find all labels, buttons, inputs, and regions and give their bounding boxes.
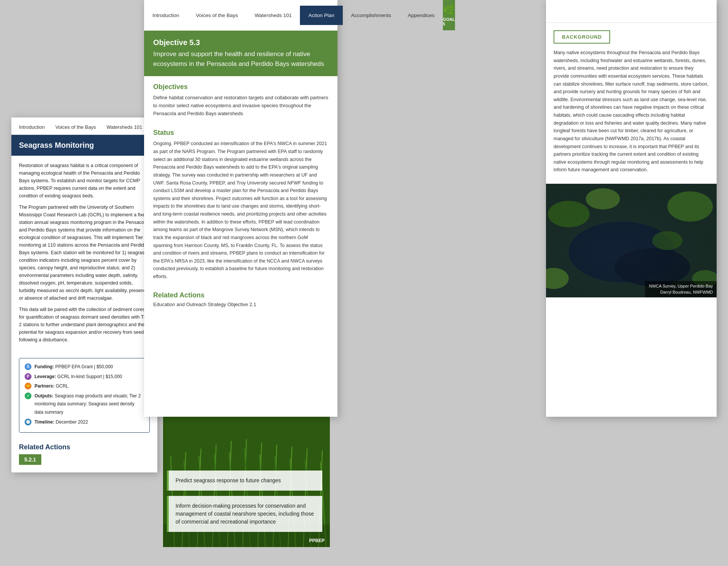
partners-icon: 🤝	[25, 383, 31, 389]
seagrass-nav: Introduction Voices of the Bays Watershe…	[11, 117, 157, 135]
nav-voices[interactable]: Voices of the Bays	[55, 124, 96, 130]
photo-caption-line2: Darryl Boudreau, NWFWMD	[649, 289, 713, 295]
objective-number: Objective 5.3	[153, 38, 328, 47]
timeline-icon: 🕐	[25, 419, 31, 425]
nav-accomplishments[interactable]: Accomplishments	[343, 6, 400, 25]
status-section-title: Status	[144, 122, 337, 140]
funding-icon: S	[25, 363, 31, 370]
svg-point-4	[548, 201, 590, 227]
objective-card: Introduction Voices of the Bays Watershe…	[144, 0, 337, 417]
nav-introduction[interactable]: Introduction	[144, 6, 188, 25]
partners-text: Partners: GCRL	[35, 382, 68, 391]
svg-point-6	[586, 188, 620, 210]
objectives-section-body: Define habitat conservation and restorat…	[144, 94, 337, 122]
seagrass-para-3: This data will be paired with the collec…	[19, 306, 150, 344]
nav-watersheds101[interactable]: Watersheds 101	[246, 6, 300, 25]
logo-icon: 🌿	[443, 5, 455, 16]
seagrass-para-2: The Program partnered with the Universit…	[19, 203, 150, 302]
photo-caption-line1: NWCA Survey, Upper Perdido Bay	[649, 283, 713, 289]
logo-text: GOAL 5	[443, 17, 455, 26]
seagrass-body: Restoration of seagrass habitat is a cri…	[11, 156, 157, 353]
nav-appendices[interactable]: Appendices	[400, 6, 443, 25]
green-card-2-text: Inform decision-making processes for con…	[176, 503, 314, 525]
ppbep-label: PPBEP	[309, 538, 325, 543]
green-card-1: Predict seagrass response to future chan…	[167, 471, 322, 491]
background-card: BACKGROUND Many native ecosystems throug…	[546, 0, 717, 417]
svg-point-7	[652, 231, 682, 250]
seagrass-para-1: Restoration of seagrass habitat is a cri…	[19, 162, 150, 200]
background-label: BACKGROUND	[554, 30, 610, 44]
seagrass-title: Seagrass Monitoring	[19, 141, 94, 149]
action-badge[interactable]: 5.2.1	[19, 454, 41, 465]
green-cards-container: Predict seagrass response to future chan…	[167, 471, 322, 532]
bay-photo	[546, 184, 717, 297]
leverage-text: Leverage: GCRL In-kind Support | $15,000	[35, 373, 122, 381]
objective-header: Objective 5.3 Improve and support the he…	[144, 31, 337, 76]
page-scene: Introduction Voices of the Bays Watershe…	[0, 0, 728, 566]
outputs-icon: ✓	[25, 392, 31, 399]
funding-row: S Funding: PPBEP EPA Grant | $50,000	[25, 363, 144, 371]
nav-voices[interactable]: Voices of the Bays	[188, 6, 246, 25]
nav-watersheds[interactable]: Watersheds 101	[107, 124, 142, 130]
seagrass-section-header: Seagrass Monitoring	[11, 135, 157, 156]
leverage-row: P Leverage: GCRL In-kind Support | $15,0…	[25, 373, 144, 381]
obj-related-actions-body: Education and Outreach Strategy Objectiv…	[144, 302, 337, 315]
partners-row: 🤝 Partners: GCRL	[25, 382, 144, 391]
objective-title: Improve and support the health and resil…	[153, 49, 328, 69]
objectives-section-title: Objectives	[144, 76, 337, 94]
objective-nav: Introduction Voices of the Bays Watershe…	[144, 0, 337, 31]
timeline-text: Timeline: December 2022	[35, 418, 88, 427]
leverage-icon: P	[25, 373, 31, 380]
related-actions-title: Related Actions	[11, 437, 157, 454]
obj-related-actions-title: Related Actions	[144, 286, 337, 302]
funding-text: Funding: PPBEP EPA Grant | $50,000	[35, 363, 113, 371]
photo-container: NWCA Survey, Upper Perdido Bay Darryl Bo…	[546, 184, 717, 297]
bay-photo-svg	[546, 184, 717, 297]
nav-action-plan[interactable]: Action Plan	[300, 6, 342, 25]
green-card-2: Inform decision-making processes for con…	[167, 496, 322, 532]
svg-point-5	[667, 191, 713, 222]
background-text: Many native ecosystems throughout the Pe…	[546, 49, 717, 180]
outputs-text: Outputs: Seagrass map products and visua…	[35, 392, 144, 417]
bg-nav	[546, 0, 717, 23]
nav-logo: 🌿 GOAL 5	[443, 0, 455, 30]
photo-caption: NWCA Survey, Upper Perdido Bay Darryl Bo…	[645, 281, 717, 297]
nav-introduction[interactable]: Introduction	[19, 124, 45, 130]
seagrass-info-box: S Funding: PPBEP EPA Grant | $50,000 P L…	[19, 358, 150, 433]
outputs-row: ✓ Outputs: Seagrass map products and vis…	[25, 392, 144, 417]
timeline-row: 🕐 Timeline: December 2022	[25, 418, 144, 427]
status-section-body: Ongoing. PPBEP conducted an intensificat…	[144, 140, 337, 286]
green-card-1-text: Predict seagrass response to future chan…	[176, 477, 281, 483]
seagrass-card: Introduction Voices of the Bays Watershe…	[11, 117, 157, 472]
